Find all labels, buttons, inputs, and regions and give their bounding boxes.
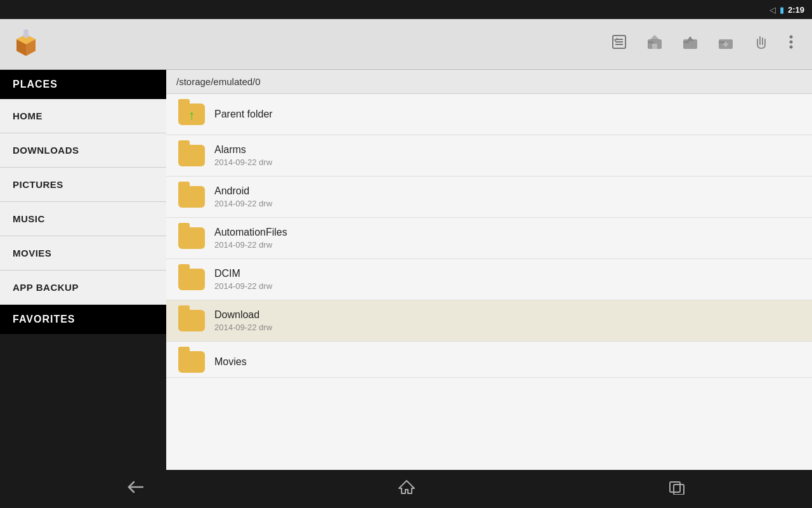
file-info: Download 2014-09-22 drw [214,309,272,332]
file-info: Android 2014-09-22 drw [214,185,272,208]
sidebar-item-home[interactable]: HOME [0,99,166,133]
file-info: DCIM 2014-09-22 drw [214,268,272,291]
sidebar-item-movies[interactable]: MOVIES [0,236,166,271]
sidebar: PLACES HOME DOWNLOADS PICTURES MUSIC MOV… [0,70,166,470]
parent-folder-icon: ↑ [176,102,207,127]
recents-button[interactable] [653,474,701,504]
file-meta: 2014-09-22 drw [214,323,272,332]
list-item[interactable]: AutomationFiles 2014-09-22 drw [166,218,812,259]
file-name: AutomationFiles [214,227,287,238]
up-arrow-icon: ↑ [188,108,195,123]
list-item[interactable]: Android 2014-09-22 drw [166,177,812,218]
svg-rect-11 [648,41,653,43]
file-info: Movies [214,356,247,368]
list-item[interactable]: ↑ Parent folder [166,94,812,135]
sidebar-item-pictures[interactable]: PICTURES [0,168,166,202]
toolbar [0,19,812,70]
list-item[interactable]: DCIM 2014-09-22 drw [166,259,812,300]
back-button[interactable] [111,474,160,504]
svg-rect-13 [652,44,657,49]
file-meta: 2014-09-22 drw [214,240,287,250]
status-bar: ◁ ▮ 2:19 [0,0,812,19]
file-info: AutomationFiles 2014-09-22 drw [214,227,287,250]
file-list: ↑ Parent folder Alarms 2014-09-22 drw [166,94,812,378]
toolbar-actions [610,33,794,55]
file-name: Parent folder [214,109,273,120]
svg-rect-26 [670,482,680,492]
svg-point-5 [23,33,29,37]
svg-rect-15 [683,41,689,43]
places-section-title: PLACES [0,70,166,99]
folder-icon [176,143,207,168]
checklist-icon[interactable] [610,33,628,55]
list-item[interactable]: Alarms 2014-09-22 drw [166,135,812,177]
file-name: Download [214,309,272,321]
file-info: Parent folder [214,109,273,120]
svg-point-22 [790,41,793,44]
main-area: PLACES HOME DOWNLOADS PICTURES MUSIC MOV… [0,70,812,470]
signal-icon: ◁ [769,5,776,15]
sidebar-item-app-backup[interactable]: APP BACKUP [0,271,166,305]
svg-rect-27 [674,485,684,495]
file-info: Alarms 2014-09-22 drw [214,144,272,167]
home-folder-icon[interactable] [646,33,664,55]
svg-marker-12 [650,35,660,40]
folder-icon [176,349,207,375]
clock: 2:19 [788,5,804,15]
bottom-nav [0,470,812,508]
favorites-section-title: FAVORITES [0,305,166,334]
file-meta: 2014-09-22 drw [214,281,272,291]
file-meta: 2014-09-22 drw [214,199,272,208]
file-meta: 2014-09-22 drw [214,157,272,167]
file-name: DCIM [214,268,272,279]
svg-rect-18 [719,41,724,43]
home-button[interactable] [383,473,431,505]
sidebar-item-downloads[interactable]: DOWNLOADS [0,133,166,168]
folder-icon [176,225,207,251]
list-item[interactable]: Download 2014-09-22 drw [166,300,812,342]
svg-point-23 [790,46,793,49]
file-name: Alarms [214,144,272,156]
app-logo [10,27,46,62]
path-bar: /storage/emulated/0 [166,70,812,94]
battery-icon: ▮ [780,5,784,15]
folder-icon [176,308,207,333]
folder-icon [176,267,207,292]
svg-marker-16 [686,36,694,41]
up-folder-icon[interactable] [681,33,699,55]
svg-point-21 [790,36,793,39]
file-name: Movies [214,356,247,368]
file-browser: /storage/emulated/0 ↑ Parent folder Alar… [166,70,812,470]
sidebar-item-music[interactable]: MUSIC [0,202,166,236]
folder-icon [176,184,207,210]
list-item[interactable]: Movies [166,342,812,378]
new-folder-icon[interactable] [717,33,735,55]
svg-marker-25 [399,481,414,493]
file-name: Android [214,185,272,197]
hand-icon[interactable] [752,33,770,55]
more-options-icon[interactable] [788,33,794,55]
